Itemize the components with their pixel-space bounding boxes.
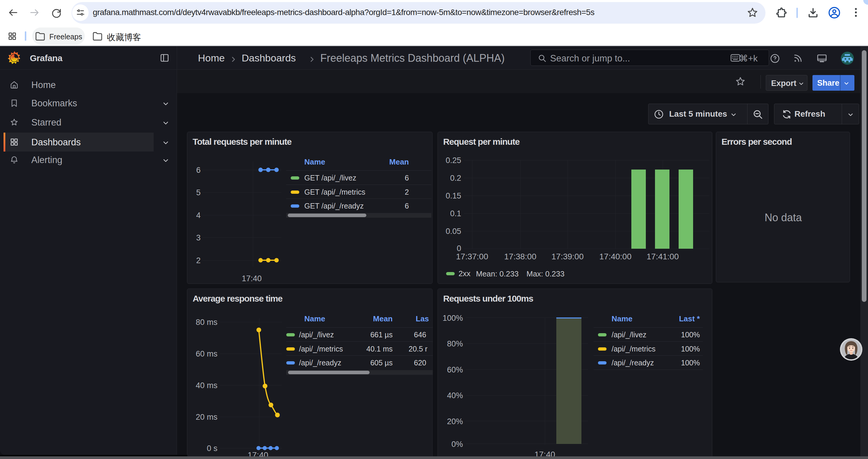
svg-text:3: 3: [196, 233, 200, 242]
svg-text:6: 6: [196, 166, 200, 174]
svg-text:17:37:00: 17:37:00: [456, 252, 488, 261]
svg-text:40 ms: 40 ms: [195, 381, 217, 390]
svg-text:17:41:00: 17:41:00: [647, 252, 679, 261]
svg-text:0.05: 0.05: [445, 227, 461, 236]
svg-text:2xx: 2xx: [459, 269, 470, 278]
svg-text:60%: 60%: [447, 365, 463, 374]
svg-text:0.2: 0.2: [450, 174, 461, 183]
svg-text:0: 0: [457, 244, 461, 253]
svg-text:2: 2: [196, 256, 200, 265]
svg-text:17:40: 17:40: [242, 274, 262, 283]
svg-text:17:40:00: 17:40:00: [599, 252, 632, 261]
svg-text:17:39:00: 17:39:00: [552, 252, 584, 261]
svg-text:5: 5: [196, 188, 200, 197]
svg-text:Max: 0.233: Max: 0.233: [526, 269, 565, 278]
svg-text:20%: 20%: [447, 417, 463, 426]
svg-text:80 ms: 80 ms: [195, 318, 217, 327]
svg-text:Mean: 0.233: Mean: 0.233: [476, 269, 519, 278]
svg-text:0%: 0%: [452, 440, 463, 449]
svg-text:4: 4: [196, 211, 200, 220]
svg-text:0.25: 0.25: [445, 156, 461, 165]
svg-text:100%: 100%: [442, 314, 463, 323]
svg-text:20 ms: 20 ms: [195, 413, 217, 422]
svg-text:0.1: 0.1: [450, 209, 461, 218]
svg-text:0.15: 0.15: [445, 191, 461, 200]
svg-text:17:38:00: 17:38:00: [504, 252, 536, 261]
svg-text:40%: 40%: [447, 391, 463, 400]
svg-text:60 ms: 60 ms: [195, 350, 217, 358]
svg-text:80%: 80%: [447, 339, 463, 348]
svg-text:0 s: 0 s: [207, 444, 217, 453]
